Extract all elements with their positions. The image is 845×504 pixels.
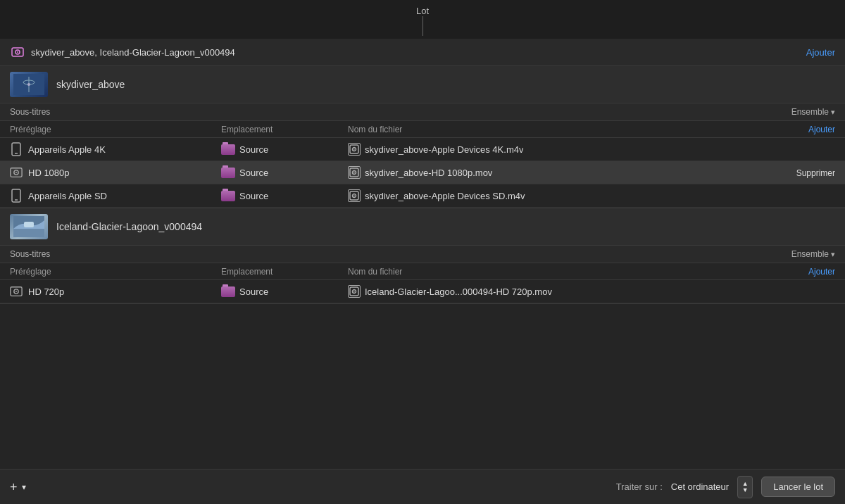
data-row-0-2[interactable]: Appareils Apple SDSourceskydiver_above-A… — [0, 184, 845, 208]
preset-name-1-0: HD 720p — [28, 286, 64, 297]
col-preset-header-0: Préréglage — [10, 125, 221, 134]
ordinateur-stepper[interactable]: ▲ ▼ — [737, 476, 753, 498]
preset-name-0-0: Appareils Apple 4K — [28, 144, 106, 155]
batch-ajouter-button[interactable]: Ajouter — [806, 47, 835, 58]
location-text-0-2: Source — [239, 191, 268, 201]
lot-header: Lot — [0, 0, 845, 39]
filename-text-0-0: skydiver_above-Apple Devices 4K.m4v — [365, 144, 523, 155]
supprimer-button-0-1[interactable]: Supprimer — [796, 168, 835, 178]
data-row-0-0[interactable]: Appareils Apple 4KSourceskydiver_above-A… — [0, 138, 845, 161]
file-icon-0-0 — [348, 143, 361, 156]
location-cell-0-0: Source — [221, 144, 348, 155]
filename-text-1-0: Iceland-Glacier-Lagoo...000494-HD 720p.m… — [365, 286, 552, 297]
preset-icon-0-2 — [10, 189, 23, 202]
svg-rect-24 — [13, 229, 44, 237]
clip-header-1: Iceland-Glacier-Lagoon_v000494 — [0, 208, 845, 246]
filename-cell-0-2: skydiver_above-Apple Devices SD.m4v — [348, 189, 779, 202]
col-action-header-1: Ajouter — [779, 266, 835, 277]
clip-header-0: skydiver_above — [0, 66, 845, 103]
svg-point-11 — [353, 149, 355, 150]
svg-point-28 — [15, 291, 17, 292]
file-icon-0-1 — [348, 166, 361, 179]
preset-name-0-1: HD 1080p — [28, 168, 70, 178]
preset-cell-0-0: Appareils Apple 4K — [10, 143, 221, 156]
batch-header: skydiver_above, Iceland-Glacier-Lagoon_v… — [0, 39, 845, 66]
clip-name-0: skydiver_above — [56, 79, 125, 90]
folder-icon-0-1 — [221, 168, 235, 178]
col-preset-header-1: Préréglage — [10, 267, 221, 277]
section-bar-1: Sous-titresEnsemble — [0, 246, 845, 263]
col-filename-header-1: Nom du fichier — [348, 267, 779, 277]
svg-rect-25 — [24, 222, 34, 227]
toolbar-right: Traiter sur : Cet ordinateur ▲ ▼ Lancer … — [26, 476, 835, 498]
folder-icon-1-0 — [221, 286, 235, 297]
lancer-lot-button[interactable]: Lancer le lot — [761, 477, 835, 497]
location-text-1-0: Source — [239, 286, 268, 297]
lot-title: Lot — [416, 6, 429, 16]
add-button[interactable]: + — [10, 481, 18, 493]
job-block-0: skydiver_aboveSous-titresEnsemble Prérég… — [0, 66, 845, 208]
col-action-header-0: Ajouter — [779, 124, 835, 134]
folder-icon-0-2 — [221, 191, 235, 201]
ensemble-button-0[interactable]: Ensemble — [791, 107, 835, 117]
preset-cell-0-1: HD 1080p — [10, 166, 221, 179]
col-filename-header-0: Nom du fichier — [348, 125, 779, 134]
svg-point-22 — [353, 195, 355, 196]
ordinateur-value: Cet ordinateur — [671, 481, 729, 492]
preset-icon-0-1 — [10, 166, 23, 179]
location-cell-0-2: Source — [221, 191, 348, 201]
location-cell-0-1: Source — [221, 168, 348, 178]
scroll-area: skydiver_aboveSous-titresEnsemble Prérég… — [0, 66, 845, 469]
preset-name-0-2: Appareils Apple SD — [28, 191, 107, 201]
action-cell-0-1: Supprimer — [779, 168, 835, 178]
svg-point-14 — [15, 172, 17, 173]
sous-titres-label-1: Sous-titres — [10, 249, 50, 259]
traiter-label: Traiter sur : — [616, 481, 663, 492]
location-cell-1-0: Source — [221, 286, 348, 297]
filename-cell-1-0: Iceland-Glacier-Lagoo...000494-HD 720p.m… — [348, 285, 779, 298]
col-location-header-0: Emplacement — [221, 125, 348, 134]
filename-cell-0-1: skydiver_above-HD 1080p.mov — [348, 166, 779, 179]
svg-point-6 — [27, 83, 30, 86]
col-header-row-0: Préréglage Emplacement Nom du fichier Aj… — [0, 121, 845, 138]
col-header-row-1: Préréglage Emplacement Nom du fichier Aj… — [0, 263, 845, 280]
toolbar-left: + ▾ — [10, 481, 26, 493]
filename-cell-0-0: skydiver_above-Apple Devices 4K.m4v — [348, 143, 779, 156]
folder-icon-0-0 — [221, 144, 235, 155]
file-icon-0-2 — [348, 189, 361, 202]
location-text-0-0: Source — [239, 144, 268, 155]
data-row-0-1[interactable]: HD 1080pSourceskydiver_above-HD 1080p.mo… — [0, 161, 845, 184]
filename-text-0-1: skydiver_above-HD 1080p.mov — [365, 168, 492, 178]
svg-point-31 — [353, 291, 355, 292]
add-preset-button-0[interactable]: Ajouter — [808, 125, 835, 134]
preset-cell-0-2: Appareils Apple SD — [10, 189, 221, 202]
preset-icon-1-0 — [10, 285, 23, 298]
bottom-toolbar: + ▾ Traiter sur : Cet ordinateur ▲ ▼ Lan… — [0, 469, 845, 504]
add-preset-button-1[interactable]: Ajouter — [808, 267, 835, 277]
data-row-1-0[interactable]: HD 720pSourceIceland-Glacier-Lagoo...000… — [0, 280, 845, 303]
svg-point-2 — [17, 51, 18, 53]
file-icon-1-0 — [348, 285, 361, 298]
batch-icon — [10, 44, 25, 60]
sous-titres-label-0: Sous-titres — [10, 107, 50, 117]
preset-icon-0-0 — [10, 143, 23, 156]
preset-cell-1-0: HD 720p — [10, 285, 221, 298]
col-location-header-1: Emplacement — [221, 267, 348, 277]
filename-text-0-2: skydiver_above-Apple Devices SD.m4v — [365, 191, 525, 201]
clip-thumbnail-1 — [10, 214, 48, 239]
section-bar-0: Sous-titresEnsemble — [0, 103, 845, 121]
svg-point-17 — [353, 172, 355, 173]
ensemble-button-1[interactable]: Ensemble — [791, 249, 835, 259]
clip-thumbnail-0 — [10, 72, 48, 97]
batch-title: skydiver_above, Iceland-Glacier-Lagoon_v… — [31, 47, 806, 58]
job-block-1: Iceland-Glacier-Lagoon_v000494Sous-titre… — [0, 208, 845, 304]
clip-name-1: Iceland-Glacier-Lagoon_v000494 — [56, 221, 202, 232]
location-text-0-1: Source — [239, 168, 268, 178]
